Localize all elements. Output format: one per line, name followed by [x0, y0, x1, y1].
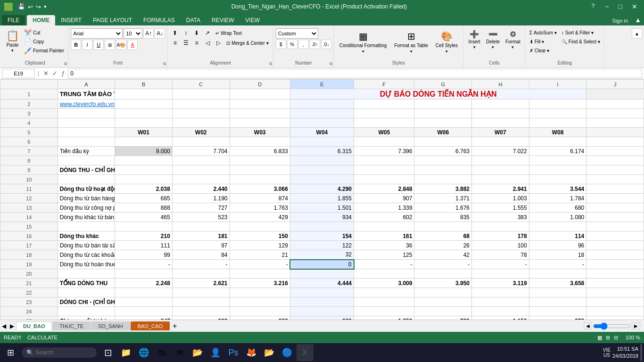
cell-F17[interactable]: 36	[354, 241, 414, 250]
cell-H17[interactable]: 100	[472, 241, 529, 250]
cell-D17[interactable]: 129	[230, 241, 290, 250]
cell-G16[interactable]: 68	[414, 231, 472, 241]
cell-C1[interactable]	[172, 89, 230, 99]
cell-B17[interactable]: 111	[115, 241, 173, 250]
cell-G23[interactable]	[414, 297, 472, 307]
cell-H23[interactable]	[472, 297, 529, 307]
sheet-tab-du_bao[interactable]: DU_BAO	[16, 321, 52, 330]
cell-F14[interactable]: 602	[354, 213, 414, 222]
increase-font-button[interactable]: A↑	[143, 28, 154, 39]
cell-F15[interactable]	[354, 222, 414, 231]
cell-C10[interactable]	[172, 175, 230, 184]
cell-D22[interactable]	[230, 288, 290, 297]
cell-A10[interactable]	[58, 175, 115, 184]
cell-G3[interactable]	[414, 109, 472, 118]
cell-G24[interactable]	[414, 307, 472, 316]
col-header-I[interactable]: I	[529, 80, 586, 89]
cell-B7[interactable]: 9.000	[115, 147, 173, 156]
cell-I11[interactable]: 3.544	[529, 184, 586, 194]
cell-E9[interactable]	[290, 165, 354, 175]
cell-F19[interactable]: -	[354, 260, 414, 269]
cell-H21[interactable]: 3.119	[472, 279, 529, 288]
cell-E18[interactable]: 32	[290, 250, 354, 260]
cell-E16[interactable]: 154	[290, 231, 354, 241]
quick-access-save[interactable]: 💾	[18, 3, 25, 10]
cell-A15[interactable]	[58, 222, 115, 231]
cell-A11[interactable]: Dòng thu từ hoạt động	[58, 184, 115, 194]
cell-D4[interactable]	[230, 118, 290, 128]
cell-J8[interactable]	[586, 156, 644, 165]
cell-J3[interactable]	[586, 109, 644, 118]
align-top-button[interactable]: ⬆	[170, 28, 180, 38]
cell-H19[interactable]: -	[472, 260, 529, 269]
cell-J9[interactable]	[586, 165, 644, 175]
minimize-button[interactable]: −	[602, 3, 611, 10]
cell-F21[interactable]: 3.009	[354, 279, 414, 288]
cell-J2[interactable]	[586, 99, 644, 109]
cell-E12[interactable]: 1.855	[290, 194, 354, 203]
cell-G7[interactable]: 6.763	[414, 147, 472, 156]
cell-D6[interactable]	[230, 137, 290, 147]
cell-A18[interactable]: Dòng thu từ các khoản vay/ góp vốn	[58, 250, 115, 260]
cell-A4[interactable]	[58, 118, 115, 128]
cell-D18[interactable]: 21	[230, 250, 290, 260]
col-header-D[interactable]: D	[230, 80, 290, 89]
cell-E8[interactable]	[290, 156, 354, 165]
copy-button[interactable]: 📄 Copy	[22, 37, 66, 46]
cell-A6[interactable]	[58, 137, 115, 147]
cell-E1[interactable]: DỰ BÁO DÒNG TIỀN NGẮN HẠN	[290, 89, 586, 99]
layout-normal-icon[interactable]: ▦	[597, 335, 602, 341]
cell-D2[interactable]	[230, 99, 290, 109]
cell-H13[interactable]: 1.555	[472, 203, 529, 213]
format-button[interactable]: ⚙ Format ▾	[503, 28, 523, 51]
cell-H3[interactable]	[472, 109, 529, 118]
file-explorer-button[interactable]: 📁	[117, 344, 134, 361]
insert-button[interactable]: ➕ Insert ▾	[466, 28, 483, 51]
border-button[interactable]: ⊞	[105, 40, 115, 50]
quick-access-redo[interactable]: ↪	[36, 3, 41, 10]
taskbar-search[interactable]: 🔍	[22, 347, 97, 358]
cell-G2[interactable]	[414, 99, 472, 109]
cell-D3[interactable]	[230, 109, 290, 118]
cell-H14[interactable]: 383	[472, 213, 529, 222]
align-middle-button[interactable]: ↕	[181, 28, 191, 38]
decrease-decimal-button[interactable]: .0↓	[321, 40, 331, 49]
col-header-J[interactable]: J	[586, 80, 644, 89]
align-right-button[interactable]: ≡	[191, 38, 202, 48]
cell-E7[interactable]: 6.315	[290, 147, 354, 156]
cell-B14[interactable]: 465	[115, 213, 173, 222]
cell-J5[interactable]	[586, 128, 644, 137]
cell-B5[interactable]: W01	[115, 128, 173, 137]
cell-C21[interactable]: 2.621	[172, 279, 230, 288]
cell-D20[interactable]	[230, 269, 290, 279]
cell-D19[interactable]: -	[230, 260, 290, 269]
cell-C23[interactable]	[172, 297, 230, 307]
cell-D15[interactable]	[230, 222, 290, 231]
cell-F22[interactable]	[354, 288, 414, 297]
cell-A2[interactable]: www.clevercfo.edu.vn	[58, 99, 115, 109]
cell-J15[interactable]	[586, 222, 644, 231]
formula-input[interactable]	[68, 69, 642, 78]
cell-E11[interactable]: 4.290	[290, 184, 354, 194]
cell-D16[interactable]: 150	[230, 231, 290, 241]
format-as-table-button[interactable]: ⊞ Format as Table ▾	[391, 28, 431, 56]
cell-C22[interactable]	[172, 288, 230, 297]
cell-C8[interactable]	[172, 156, 230, 165]
cell-J13[interactable]	[586, 203, 644, 213]
people-button[interactable]: 👤	[207, 344, 224, 361]
align-left-button[interactable]: ≡	[170, 38, 180, 48]
font-color-button[interactable]: A	[127, 40, 138, 50]
cell-C9[interactable]	[172, 165, 230, 175]
align-center-button[interactable]: ☰	[181, 38, 191, 48]
cell-G21[interactable]: 3.950	[414, 279, 472, 288]
cell-A22[interactable]	[58, 288, 115, 297]
scroll-sheets-right[interactable]: ▶	[8, 323, 16, 329]
cell-D21[interactable]: 3.216	[230, 279, 290, 288]
cell-J19[interactable]	[586, 260, 644, 269]
sign-in[interactable]: Sign in	[609, 16, 632, 25]
cell-I4[interactable]	[529, 118, 586, 128]
help-icon[interactable]: ?	[592, 3, 595, 10]
tab-data[interactable]: DATA	[181, 15, 206, 25]
cell-F3[interactable]	[354, 109, 414, 118]
cell-J16[interactable]	[586, 231, 644, 241]
